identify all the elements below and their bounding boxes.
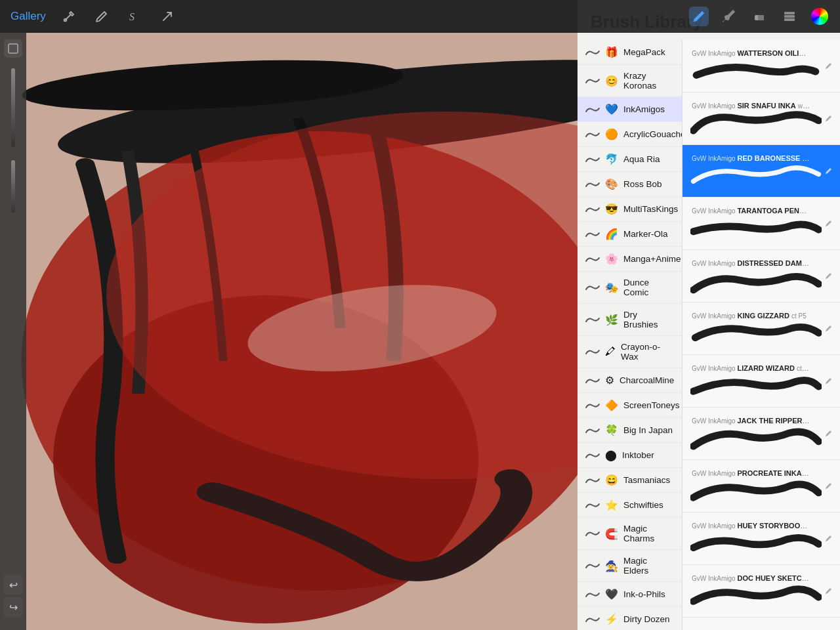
checkbox-button[interactable] <box>4 39 22 58</box>
brush-item-docsketcher[interactable]: GvW InkAmigo DOC HUEY SKETCHER ct P5 <box>682 565 840 618</box>
sidebar-item-rossbob[interactable]: 🎨Ross Bob <box>578 172 682 197</box>
svg-rect-4 <box>784 12 795 14</box>
sidebar-item-dirtydozen[interactable]: ⚡Dirty Dozen <box>578 607 682 630</box>
sidebar-item-magicelders[interactable]: 🧙Magic Elders <box>578 550 682 582</box>
brush-edit-icon[interactable] <box>823 429 833 439</box>
brush-list[interactable]: GvW InkAmigo WATTERSON OILINKA wct P5 Gv… <box>682 40 840 630</box>
brush-item-kinggizzard[interactable]: GvW InkAmigo KING GIZZARD ct P5 <box>682 303 840 355</box>
category-label: MegaPack <box>623 47 665 57</box>
brush-name-text: GvW InkAmigo TARANTOGA PENCIL wct P5 <box>692 207 810 215</box>
undo-button[interactable]: ↩ <box>3 575 23 595</box>
arrow-tool[interactable] <box>158 7 177 26</box>
brush-preview: GvW InkAmigo SIR SNAFU INKA wct P5 <box>689 99 823 138</box>
brush-library-content: 🎁MegaPack😊Krazy Koronas💙InkAmigos🟠Acryli… <box>578 40 840 630</box>
sidebar-item-krazy[interactable]: 😊Krazy Koronas <box>578 65 682 97</box>
category-label: Big In Japan <box>623 425 673 435</box>
brush-item-procreate[interactable]: GvW InkAmigo PROCREATE INKADEMY ct P5 <box>682 460 840 513</box>
brush-item-tarantoga[interactable]: GvW InkAmigo TARANTOGA PENCIL wct P5 <box>682 198 840 250</box>
brush-name-text: GvW InkAmigo LIZARD WIZARD ct P5 <box>692 364 810 372</box>
svg-text:S: S <box>129 11 135 22</box>
brush-edit-icon[interactable] <box>823 534 833 544</box>
brush-edit-icon[interactable] <box>823 219 833 229</box>
sidebar-item-markerola[interactable]: 🌈Marker-Ola <box>578 222 682 247</box>
brush-name-text: GvW InkAmigo SIR SNAFU INKA wct P5 <box>692 102 810 110</box>
brush-edit-icon[interactable] <box>823 324 833 334</box>
sidebar-item-tasmaniacs[interactable]: 😄Tasmaniacs <box>578 468 682 493</box>
sidebar-item-inktober[interactable]: ⬤Inktober <box>578 443 682 468</box>
eraser-tool[interactable] <box>749 7 769 26</box>
category-list[interactable]: 🎁MegaPack😊Krazy Koronas💙InkAmigos🟠Acryli… <box>578 40 682 630</box>
brush-item-snafu[interactable]: GvW InkAmigo SIR SNAFU INKA wct P5 <box>682 93 840 145</box>
opacity-slider[interactable] <box>11 68 15 147</box>
s-tool[interactable]: S <box>125 7 144 26</box>
category-label: Inktober <box>622 450 654 460</box>
brush-edit-icon[interactable] <box>823 166 833 177</box>
sidebar-item-dunce[interactable]: 🎭Dunce Comic <box>578 272 682 304</box>
sidebar-item-manga[interactable]: 🌸Manga+Anime <box>578 247 682 272</box>
sidebar-item-screen[interactable]: 🔶ScreenToneys <box>578 393 682 418</box>
category-label: Magic Elders <box>623 556 674 576</box>
category-label: Tasmaniacs <box>623 475 670 485</box>
category-label: ScreenToneys <box>623 400 680 410</box>
brush-item-lizardwizard[interactable]: GvW InkAmigo LIZARD WIZARD ct P5 <box>682 355 840 408</box>
sidebar-item-dry[interactable]: 🌿Dry Brushies <box>578 304 682 336</box>
sidebar-item-biginjapan[interactable]: 🍀Big In Japan <box>578 418 682 443</box>
sidebar-item-magiccharms[interactable]: 🧲Magic Charms <box>578 518 682 550</box>
brush-edit-icon[interactable] <box>823 114 833 124</box>
wrench-tool[interactable] <box>59 7 79 26</box>
brush-preview: GvW InkAmigo JACK THE RIPPERINK ct P5 <box>689 414 823 453</box>
sidebar-item-acrylic[interactable]: 🟠AcrylicGouache <box>578 122 682 147</box>
sidebar-item-schwifties[interactable]: ⭐Schwifties <box>578 493 682 518</box>
brush-preview: GvW InkAmigo KING GIZZARD ct P5 <box>689 309 823 348</box>
brush-item-baronesse[interactable]: GvW InkAmigo RED BARONESSE OILINKA ct P5 <box>682 145 840 198</box>
sidebar-item-inkophils[interactable]: 🖤Ink-o-Phils <box>578 582 682 607</box>
gallery-button[interactable]: Gallery <box>10 10 46 23</box>
brush-item-watterson[interactable]: GvW InkAmigo WATTERSON OILINKA wct P5 <box>682 40 840 93</box>
brush-item-hueystory[interactable]: GvW InkAmigo HUEY STORYBOOKWORM ct P5 <box>682 513 840 565</box>
brush-preview: GvW InkAmigo DOC HUEY SKETCHER ct P5 <box>689 572 823 611</box>
sidebar-item-inkamigos[interactable]: 💙InkAmigos <box>578 97 682 122</box>
brush-edit-icon[interactable] <box>823 376 833 387</box>
sidebar-item-crayon[interactable]: 🖍Crayon-o-Wax <box>578 336 682 368</box>
brush-edit-icon[interactable] <box>823 481 833 492</box>
category-label: Aqua Ria <box>623 154 660 164</box>
category-label: AcrylicGouache <box>623 129 682 139</box>
pencil-tool[interactable] <box>689 7 709 26</box>
sidebar-item-multitasking[interactable]: 😎MultiTasKings <box>578 197 682 222</box>
category-label: Marker-Ola <box>623 229 668 239</box>
brush-name-text: GvW InkAmigo JACK THE RIPPERINK ct P5 <box>692 417 810 425</box>
color-wheel[interactable] <box>810 7 830 26</box>
sidebar-item-aquaria[interactable]: 🐬Aqua Ria <box>578 147 682 172</box>
category-label: Dirty Dozen <box>623 614 670 624</box>
brush-edit-icon[interactable] <box>823 271 833 282</box>
brush-preview: GvW InkAmigo HUEY STORYBOOKWORM ct P5 <box>689 519 823 558</box>
brush-item-jacktheripper[interactable]: GvW InkAmigo JACK THE RIPPERINK ct P5 <box>682 408 840 460</box>
sidebar-item-megapack[interactable]: 🎁MegaPack <box>578 40 682 65</box>
category-label: Crayon-o-Wax <box>621 342 674 362</box>
edit-tool[interactable] <box>92 7 112 26</box>
redo-button[interactable]: ↪ <box>3 597 23 617</box>
brush-edit-icon[interactable] <box>823 586 833 597</box>
brush-preview: GvW InkAmigo LIZARD WIZARD ct P5 <box>689 362 823 401</box>
category-label: CharcoalMine <box>620 375 674 385</box>
category-label: Manga+Anime <box>623 254 681 264</box>
brush-preview: GvW InkAmigo PROCREATE INKADEMY ct P5 <box>689 467 823 506</box>
brush-name-text: GvW InkAmigo HUEY STORYBOOKWORM ct P5 <box>692 522 810 530</box>
brush-name-text: GvW InkAmigo KING GIZZARD ct P5 <box>692 312 810 320</box>
category-label: MultiTasKings <box>623 204 678 214</box>
brush-library-panel: Brush Library + 🎁MegaPack😊Krazy Koronas💙… <box>578 0 840 630</box>
category-label: Schwifties <box>623 500 663 510</box>
left-toolbar: ↩ ↪ <box>0 33 26 630</box>
topbar: Gallery S <box>0 0 840 33</box>
category-label: Magic Charms <box>623 524 674 543</box>
brush-name-text: GvW InkAmigo DISTRESSED DAMSEL ct P5 <box>692 259 810 267</box>
brush-edit-icon[interactable] <box>823 61 833 72</box>
layers-tool[interactable] <box>780 7 799 26</box>
brush-name-text: GvW InkAmigo WATTERSON OILINKA wct P5 <box>692 49 810 57</box>
svg-rect-14 <box>9 44 18 53</box>
brush-tool[interactable] <box>719 7 739 26</box>
sidebar-item-charcoal[interactable]: ⚙CharcoalMine <box>578 368 682 393</box>
size-slider[interactable] <box>11 160 15 213</box>
svg-rect-6 <box>784 18 795 21</box>
brush-item-distressed[interactable]: GvW InkAmigo DISTRESSED DAMSEL ct P5 <box>682 250 840 303</box>
